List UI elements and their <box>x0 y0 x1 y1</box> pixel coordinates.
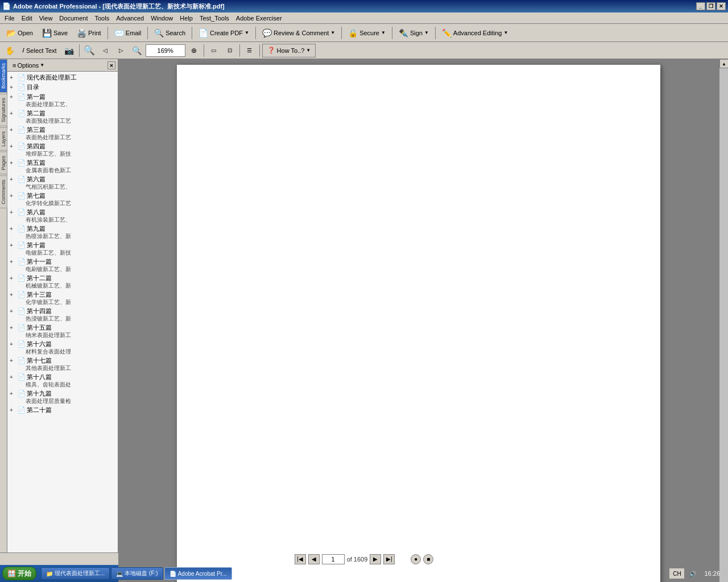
bookmark-expand-17[interactable]: + <box>10 341 16 347</box>
bookmarks-tab[interactable]: Bookmarks <box>0 59 7 93</box>
bookmark-expand-10[interactable]: + <box>10 226 16 232</box>
bookmark-expand-21[interactable]: + <box>10 407 16 413</box>
sign-button[interactable]: ✒️ Sign ▼ <box>395 26 433 40</box>
bookmark-expand-6[interactable]: + <box>10 160 16 166</box>
bookmark-item-19[interactable]: +📄第十八篇模具、齿轮表面处 <box>9 372 117 389</box>
menu-document[interactable]: Document <box>56 14 91 23</box>
zoom-nav-left[interactable]: ◁ <box>98 44 113 57</box>
play-button[interactable]: ● <box>411 554 421 564</box>
bookmark-item-11[interactable]: +📄第十篇电镀新工艺、新技 <box>9 240 117 257</box>
menu-window[interactable]: Window <box>147 14 176 23</box>
bookmark-item-15[interactable]: +📄第十四篇热浸镀新工艺、新 <box>9 306 117 323</box>
vertical-scrollbar[interactable]: ▲ ▼ <box>719 59 728 582</box>
bookmark-expand-4[interactable]: + <box>10 127 16 133</box>
save-button[interactable]: 💾 Save <box>38 26 72 40</box>
menu-testtools[interactable]: Test_Tools <box>196 14 233 23</box>
menu-file[interactable]: File <box>1 14 18 23</box>
signatures-tab[interactable]: Signatures <box>0 94 7 126</box>
bookmark-item-3[interactable]: +📄第二篇表面预处理新工艺 <box>9 109 117 125</box>
close-button[interactable]: ✕ <box>717 2 726 10</box>
bookmark-expand-18[interactable]: + <box>10 357 16 364</box>
scroll-up-button[interactable]: ▲ <box>719 59 728 68</box>
bookmark-expand-13[interactable]: + <box>10 275 16 281</box>
bookmark-expand-2[interactable]: + <box>10 94 16 100</box>
menu-help[interactable]: Help <box>176 14 196 23</box>
bookmark-item-17[interactable]: +📄第十六篇材料复合表面处理 <box>9 339 117 356</box>
bookmark-item-13[interactable]: +📄第十二篇机械镀新工艺、新 <box>9 273 117 290</box>
bookmark-expand-7[interactable]: + <box>10 176 16 182</box>
bookmark-expand-9[interactable]: + <box>10 209 16 215</box>
taskbar-item-1[interactable]: 💻 本地磁盘 (F:) <box>111 567 163 580</box>
bookmark-item-4[interactable]: +📄第三篇表面热处理新工艺 <box>9 125 117 142</box>
bookmark-expand-12[interactable]: + <box>10 259 16 265</box>
fit-page-button[interactable]: ▭ <box>206 44 221 57</box>
bookmark-expand-19[interactable]: + <box>10 374 16 380</box>
page-layout-button[interactable]: ☰ <box>242 44 257 57</box>
panel-close-button[interactable]: × <box>107 61 115 69</box>
bookmark-item-10[interactable]: +📄第九篇热喷涂新工艺、新 <box>9 224 117 240</box>
menu-view[interactable]: View <box>36 14 56 23</box>
bookmark-expand-15[interactable]: + <box>10 308 16 314</box>
review-button[interactable]: 💬 Review & Comment ▼ <box>258 26 339 40</box>
menu-edit[interactable]: Edit <box>18 14 36 23</box>
comments-tab[interactable]: Comments <box>0 176 7 209</box>
first-page-button[interactable]: |◀ <box>295 554 306 564</box>
email-button[interactable]: ✉️ Email <box>110 26 146 40</box>
language-indicator[interactable]: CH <box>669 568 685 579</box>
bookmark-expand-20[interactable]: + <box>10 390 16 397</box>
zoom-apply-button[interactable]: ⊕ <box>187 44 201 57</box>
minimize-button[interactable]: _ <box>696 2 705 10</box>
bookmark-item-5[interactable]: +📄第四篇堆焊新工艺、新技 <box>9 142 117 158</box>
bookmark-item-7[interactable]: +📄第六篇气相沉积新工艺、 <box>9 174 117 191</box>
start-button[interactable]: 🪟 开始 <box>2 567 36 580</box>
taskbar-item-0[interactable]: 📁 现代表面处理新工... <box>41 567 110 580</box>
howto-button[interactable]: ❓ How To..? ▼ <box>262 44 316 57</box>
bookmark-item-2[interactable]: +📄第一篇表面处理新工艺、 <box>9 92 117 109</box>
hand-tool-button[interactable]: ✋ <box>2 44 17 57</box>
layers-tab[interactable]: Layers <box>0 127 7 151</box>
create-pdf-button[interactable]: 📄 Create PDF ▼ <box>195 26 253 40</box>
last-page-button[interactable]: ▶| <box>383 554 395 564</box>
bookmark-item-0[interactable]: +📄现代表面处理新工 <box>9 73 117 82</box>
search-button[interactable]: 🔍 Search <box>150 26 189 40</box>
bookmark-item-8[interactable]: +📄第七篇化学转化膜新工艺 <box>9 191 117 207</box>
bookmark-item-1[interactable]: +📄目录 <box>9 82 117 92</box>
bookmark-item-16[interactable]: +📄第十五篇纳米表面处理新工 <box>9 323 117 339</box>
stop-button[interactable]: ■ <box>423 554 433 564</box>
fit-width-button[interactable]: ⊡ <box>222 44 237 57</box>
print-button[interactable]: 🖨️ Print <box>73 26 105 40</box>
panel-options-button[interactable]: ≡ Options ▼ <box>10 61 47 70</box>
open-button[interactable]: 📂 Open <box>2 26 37 40</box>
current-page-input[interactable] <box>322 554 345 564</box>
pages-tab[interactable]: Pages <box>0 152 7 174</box>
bookmark-expand-16[interactable]: + <box>10 325 16 331</box>
bookmark-expand-14[interactable]: + <box>10 292 16 298</box>
zoom-out-button[interactable]: 🔍 <box>130 44 144 57</box>
bookmark-item-14[interactable]: +📄第十三篇化学镀新工艺、新 <box>9 290 117 306</box>
advanced-editing-button[interactable]: ✏️ Advanced Editing ▼ <box>438 26 512 40</box>
zoom-nav-right[interactable]: ▷ <box>114 44 129 57</box>
select-text-button[interactable]: 𝐼 Select Text <box>18 44 61 57</box>
next-page-button[interactable]: ▶ <box>370 554 381 564</box>
prev-page-button[interactable]: ◀ <box>308 554 320 564</box>
zoom-input[interactable]: 169% <box>146 44 185 57</box>
bookmark-expand-5[interactable]: + <box>10 143 16 149</box>
menu-tools[interactable]: Tools <box>92 14 113 23</box>
pdf-viewport[interactable] <box>118 59 719 582</box>
bookmark-item-21[interactable]: +📄第二十篇 <box>9 405 117 415</box>
menu-adobe-exerciser[interactable]: Adobe Exerciser <box>233 14 286 23</box>
bookmark-item-9[interactable]: +📄第八篇有机涂装新工艺、 <box>9 207 117 224</box>
bookmark-expand-0[interactable]: + <box>10 74 16 81</box>
bookmark-expand-8[interactable]: + <box>10 193 16 199</box>
bookmark-expand-1[interactable]: + <box>10 84 16 90</box>
restore-button[interactable]: ❐ <box>706 2 715 10</box>
bookmark-item-20[interactable]: +📄第十九篇表面处理层质量检 <box>9 389 117 405</box>
bookmark-item-12[interactable]: +📄第十一篇电刷镀新工艺、新 <box>9 257 117 273</box>
bookmark-expand-11[interactable]: + <box>10 242 16 248</box>
secure-button[interactable]: 🔒 Secure ▼ <box>344 26 390 40</box>
taskbar-item-2[interactable]: 📄 Adobe Acrobat Pr... <box>164 567 232 580</box>
scroll-track-vertical[interactable] <box>719 68 728 582</box>
snapshot-button[interactable]: 📷 <box>62 44 77 57</box>
bookmark-expand-3[interactable]: + <box>10 110 16 117</box>
zoom-in-button[interactable]: 🔍 <box>82 44 97 57</box>
